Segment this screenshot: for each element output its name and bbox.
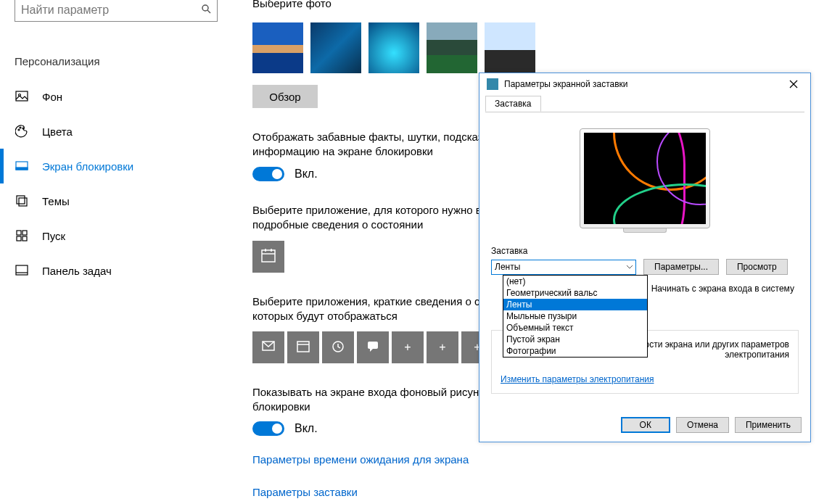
brief-app-add-2[interactable]: + (427, 331, 458, 363)
nav-group-title: Персонализация (15, 55, 210, 67)
screensaver-select[interactable]: Ленты (491, 260, 636, 275)
toggle-knob (272, 424, 282, 434)
svg-rect-15 (16, 265, 28, 275)
search-icon (201, 4, 211, 17)
bg-thumb-1[interactable] (252, 22, 303, 73)
brief-app-messaging[interactable] (357, 331, 389, 363)
start-icon (15, 228, 29, 243)
screensaver-dropdown-list: (нет) Геометрический вальс Ленты Мыльные… (503, 275, 648, 358)
svg-point-6 (22, 128, 24, 129)
brief-app-add-1[interactable]: + (392, 331, 424, 363)
chat-icon (366, 339, 380, 356)
svg-point-4 (18, 129, 20, 131)
svg-rect-10 (19, 198, 27, 206)
svg-rect-2 (16, 91, 28, 101)
close-button[interactable] (783, 73, 804, 95)
cancel-button[interactable]: Отмена (676, 417, 729, 433)
choose-photo-heading: Выберите фото (252, 0, 818, 9)
svg-line-1 (207, 10, 210, 13)
apply-button[interactable]: Применить (735, 417, 802, 433)
clock-icon (331, 339, 345, 356)
show-bg-signin-toggle[interactable] (252, 421, 284, 436)
sidebar-item-label: Экран блокировки (42, 160, 133, 173)
svg-rect-25 (368, 342, 378, 349)
detailed-status-app-tile[interactable] (252, 241, 284, 273)
svg-rect-13 (17, 236, 21, 241)
palette-icon (15, 124, 29, 139)
svg-rect-22 (297, 342, 309, 352)
toggle-state-label: Вкл. (295, 422, 318, 435)
dropdown-item[interactable]: Объемный текст (503, 322, 647, 334)
active-indicator (0, 149, 4, 183)
link-screensaver-settings[interactable]: Параметры заставки (252, 486, 818, 498)
svg-rect-11 (17, 231, 21, 235)
power-settings-link[interactable]: Изменить параметры электропитания (501, 374, 654, 384)
lockscreen-icon (15, 159, 29, 173)
sidebar-item-label: Пуск (42, 230, 65, 242)
browse-button[interactable]: Обзор (252, 85, 318, 108)
calendar-icon (260, 247, 276, 266)
sidebar-item-taskbar[interactable]: Панель задач (15, 253, 210, 288)
dialog-title: Параметры экранной заставки (504, 79, 628, 89)
screensaver-group-label: Заставка (491, 246, 799, 256)
dropdown-item[interactable]: Пустой экран (503, 334, 647, 345)
themes-icon (15, 194, 29, 208)
sidebar-item-colors[interactable]: Цвета (15, 114, 210, 149)
sidebar-item-label: Фон (42, 91, 62, 103)
screensaver-preview-monitor (580, 128, 710, 233)
svg-rect-14 (22, 236, 27, 241)
chevron-down-icon (627, 262, 633, 272)
dropdown-item[interactable]: Мыльные пузыри (503, 310, 647, 322)
fun-facts-toggle[interactable] (252, 167, 284, 181)
bg-thumb-3[interactable] (368, 22, 419, 73)
svg-rect-12 (22, 231, 27, 235)
bg-thumb-5[interactable] (485, 22, 535, 73)
screensaver-settings-dialog: Параметры экранной заставки Заставка Зас… (479, 73, 811, 442)
dialog-title-icon (487, 78, 498, 90)
calendar-icon (296, 339, 310, 356)
ok-button[interactable]: ОК (621, 417, 670, 433)
sidebar-item-label: Темы (42, 195, 70, 207)
svg-rect-8 (16, 168, 28, 170)
sidebar-item-themes[interactable]: Темы (15, 183, 210, 218)
svg-rect-9 (17, 196, 25, 204)
dropdown-item[interactable]: Ленты (503, 299, 647, 310)
brief-app-alarm[interactable] (322, 331, 354, 363)
sidebar-item-label: Панель задач (42, 265, 112, 277)
toggle-state-label: Вкл. (295, 168, 318, 181)
search-input[interactable]: Найти параметр (15, 0, 218, 22)
tab-screensaver[interactable]: Заставка (485, 96, 541, 112)
svg-rect-17 (262, 250, 275, 262)
taskbar-icon (15, 263, 29, 278)
dropdown-item[interactable]: (нет) (503, 276, 647, 287)
brief-app-calendar[interactable] (287, 331, 319, 363)
link-screen-timeout[interactable]: Параметры времени ожидания для экрана (252, 453, 818, 466)
select-value: Ленты (495, 262, 520, 272)
mail-icon (261, 339, 276, 356)
svg-point-5 (20, 127, 21, 128)
sidebar-item-start[interactable]: Пуск (15, 218, 210, 253)
picture-icon (15, 89, 29, 104)
dropdown-item[interactable]: Фотографии (503, 345, 647, 357)
screensaver-preview-button[interactable]: Просмотр (726, 259, 788, 275)
plus-icon: + (404, 341, 411, 354)
bg-thumb-2[interactable] (310, 22, 361, 73)
sidebar-item-lockscreen[interactable]: Экран блокировки (15, 149, 210, 183)
sidebar-item-label: Цвета (42, 125, 73, 138)
toggle-knob (272, 169, 282, 179)
plus-icon: + (439, 341, 445, 354)
brief-app-mail[interactable] (252, 331, 284, 363)
bg-thumb-4[interactable] (427, 22, 477, 73)
screensaver-params-button[interactable]: Параметры... (643, 259, 719, 275)
dropdown-item[interactable]: Геометрический вальс (503, 287, 647, 299)
search-placeholder: Найти параметр (21, 4, 109, 17)
sidebar-item-background[interactable]: Фон (15, 79, 210, 114)
svg-point-0 (202, 5, 208, 11)
